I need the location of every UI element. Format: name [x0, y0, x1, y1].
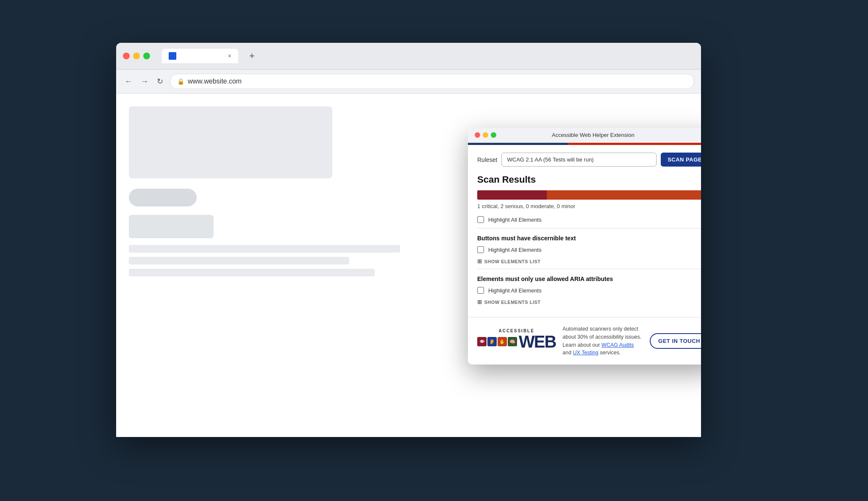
rule-item-2: Elements must only use allowed ARIA attr… — [477, 269, 701, 309]
mock-line-1 — [129, 245, 400, 253]
close-button[interactable] — [123, 53, 130, 59]
rule-1-title: Buttons must have discernible text — [477, 235, 576, 242]
extension-titlebar: Accessible Web Helper Extension — [468, 128, 701, 143]
rule-2-show-elements-button[interactable]: ⊞ SHOW ELEMENTS LIST — [477, 299, 541, 305]
ruleset-row: Ruleset SCAN PAGE — [477, 153, 701, 167]
aw-icon-brain: 🧠 — [508, 337, 517, 346]
browser-titlebar: × + — [116, 43, 701, 70]
wcag-audits-link[interactable]: WCAG Audits — [601, 342, 634, 348]
new-tab-button[interactable]: + — [247, 50, 257, 61]
aw-logo-big-text: WEB — [519, 333, 556, 350]
rule-2-header[interactable]: Elements must only use allowed ARIA attr… — [477, 275, 701, 283]
rule-1-show-elements-button[interactable]: ⊞ SHOW ELEMENTS LIST — [477, 258, 541, 264]
ruleset-input[interactable] — [501, 153, 657, 167]
ruleset-label: Ruleset — [477, 156, 497, 163]
browser-window: × + ← → ↻ 🔒 www.website.com — [116, 43, 701, 433]
mock-line-2 — [129, 257, 349, 264]
get-in-touch-button[interactable]: GET IN TOUCH — [650, 333, 701, 349]
traffic-lights — [123, 53, 150, 59]
footer-description: Automated scanners only detect about 30%… — [562, 325, 643, 357]
extension-body: Ruleset SCAN PAGE Scan Results 1 critica… — [468, 145, 701, 317]
aw-icon-hand: ✋ — [498, 337, 507, 346]
rule-2-highlight-row: Highlight All Elements — [477, 287, 701, 294]
maximize-button[interactable] — [143, 53, 150, 59]
rule-2-checkbox[interactable] — [477, 287, 484, 294]
ext-close-button[interactable] — [475, 132, 480, 138]
global-highlight-label: Highlight All Elements — [488, 217, 542, 223]
browser-tab[interactable]: × — [162, 49, 238, 63]
footer-text-block: Automated scanners only detect about 30%… — [562, 325, 643, 357]
footer-left: ACCESSIBLE 👁 👂 ✋ 🧠 WEB — [477, 328, 556, 353]
results-bar — [477, 190, 701, 200]
tab-close-icon[interactable]: × — [228, 53, 231, 59]
ext-maximize-button[interactable] — [491, 132, 496, 138]
scan-page-button[interactable]: SCAN PAGE — [661, 153, 701, 167]
aw-icon-ear: 👂 — [487, 337, 497, 346]
aw-icon-boxes: 👁 👂 ✋ 🧠 — [477, 337, 517, 346]
browser-nav: ← → ↻ 🔒 www.website.com — [116, 70, 701, 94]
minimize-button[interactable] — [133, 53, 140, 59]
list-icon-2: ⊞ — [477, 299, 482, 305]
rule-2-highlight-label: Highlight All Elements — [488, 287, 542, 294]
extension-title: Accessible Web Helper Extension — [552, 132, 634, 138]
serious-bar — [547, 190, 701, 200]
back-button[interactable]: ← — [123, 75, 134, 88]
rule-1-checkbox[interactable] — [477, 246, 484, 253]
mock-content-block — [129, 215, 214, 238]
rule-item-1: Buttons must have discernible text › Hig… — [477, 228, 701, 269]
browser-content: Accessible Web Helper Extension Ruleset … — [116, 94, 701, 437]
extension-panel: Accessible Web Helper Extension Ruleset … — [468, 128, 701, 365]
results-summary: 1 critical, 2 serious, 0 moderate, 0 min… — [477, 203, 701, 209]
rule-1-header[interactable]: Buttons must have discernible text › — [477, 234, 701, 242]
global-highlight-row: Highlight All Elements — [477, 216, 701, 223]
rule-2-title: Elements must only use allowed ARIA attr… — [477, 276, 613, 282]
rule-1-highlight-label: Highlight All Elements — [488, 247, 542, 253]
rule-1-show-label: SHOW ELEMENTS LIST — [484, 259, 541, 264]
rule-1-highlight-row: Highlight All Elements — [477, 246, 701, 253]
address-bar[interactable]: 🔒 www.website.com — [170, 74, 694, 89]
ux-testing-link[interactable]: UX Testing — [573, 350, 598, 356]
tab-favicon — [169, 52, 176, 60]
scan-results-title: Scan Results — [477, 174, 701, 185]
aw-icon-eye: 👁 — [477, 337, 487, 346]
lock-icon: 🔒 — [177, 78, 184, 85]
global-highlight-checkbox[interactable] — [477, 216, 484, 223]
ext-minimize-button[interactable] — [483, 132, 488, 138]
url-text: www.website.com — [188, 78, 242, 85]
mock-header-block — [129, 106, 332, 178]
footer-text-middle: and — [562, 350, 573, 356]
ext-traffic-lights — [475, 132, 496, 138]
forward-button[interactable]: → — [139, 75, 150, 88]
refresh-button[interactable]: ↻ — [155, 75, 165, 88]
rule-2-show-label: SHOW ELEMENTS LIST — [484, 300, 541, 305]
critical-bar — [477, 190, 547, 200]
mock-button-block — [129, 189, 197, 206]
extension-footer: ACCESSIBLE 👁 👂 ✋ 🧠 WEB — [468, 317, 701, 365]
mock-line-3 — [129, 269, 375, 276]
list-icon-1: ⊞ — [477, 258, 482, 264]
footer-text-after: services. — [598, 350, 621, 356]
